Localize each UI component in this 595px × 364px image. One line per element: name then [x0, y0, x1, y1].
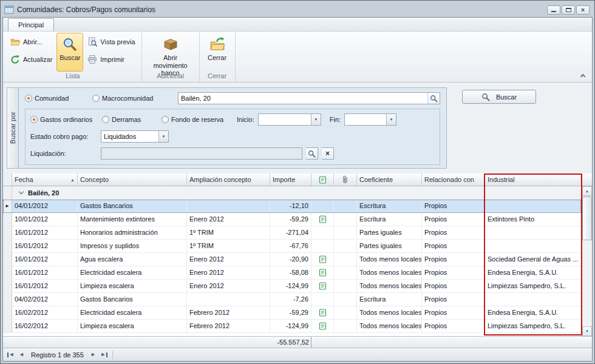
cell-importe[interactable]: -58,08 — [270, 266, 311, 279]
tab-principal[interactable]: Principal — [8, 18, 54, 31]
table-row[interactable]: 16/01/2012 Electricidad escalera Enero 2… — [3, 266, 581, 280]
row-gutter[interactable] — [3, 306, 12, 319]
table-row[interactable]: 16/01/2012 Honorarios administración 1º … — [3, 226, 581, 240]
cell-adjunto[interactable] — [334, 213, 357, 226]
cell-industrial[interactable] — [485, 226, 581, 239]
cell-adjunto[interactable] — [334, 266, 357, 279]
column-header-documento[interactable] — [311, 174, 334, 186]
estado-cobro-pago-select[interactable]: Liquidados ▼ — [101, 130, 169, 143]
cell-coeficiente[interactable]: Partes iguales — [357, 240, 422, 252]
cell-industrial[interactable] — [485, 200, 581, 212]
table-row[interactable]: ► 04/01/2012 Gastos Bancarios -12,10 Esc… — [3, 200, 581, 213]
cell-concepto[interactable]: Limpieza escalera — [78, 320, 187, 332]
cell-coeficiente[interactable]: Todos menos locales — [357, 306, 422, 319]
inicio-dropdown-icon[interactable]: ▼ — [311, 114, 321, 125]
table-row[interactable]: 16/02/2012 Electricidad escalera Febrero… — [3, 306, 581, 320]
cell-relacionado[interactable]: Propios — [422, 253, 485, 266]
buscar-button[interactable]: Buscar — [462, 90, 536, 104]
cell-industrial[interactable]: Extintores Pinto — [485, 213, 581, 226]
maximize-button[interactable] — [562, 5, 575, 15]
table-row[interactable]: 16/02/2012 Limpieza escalera Febrero 201… — [3, 320, 581, 333]
cell-ampliacion[interactable]: Enero 2012 — [187, 253, 270, 266]
cell-concepto[interactable]: Limpieza escalera — [78, 280, 187, 292]
table-row[interactable]: 04/02/2012 Gastos Bancarios -7,26 Escrit… — [3, 293, 581, 306]
comunidad-lookup-button[interactable] — [427, 93, 440, 104]
cell-relacionado[interactable]: Propios — [422, 213, 485, 226]
cell-coeficiente[interactable]: Todos menos locales — [357, 320, 422, 332]
comunidad-input[interactable] — [178, 95, 427, 102]
cell-documento[interactable] — [311, 213, 334, 226]
cell-concepto[interactable]: Agua escalera — [78, 253, 187, 266]
cell-importe[interactable]: -7,26 — [270, 293, 311, 306]
imprimir-button[interactable]: Imprimir — [85, 53, 137, 66]
cell-concepto[interactable]: Honorarios administración — [78, 226, 187, 239]
column-header-importe[interactable]: Importe — [270, 174, 311, 186]
ribbon-collapse-button[interactable] — [580, 73, 586, 78]
liquidacion-clear-button[interactable]: × — [322, 147, 334, 160]
cell-fecha[interactable]: 16/01/2012 — [12, 240, 78, 252]
radio-comunidad[interactable]: Comunidad — [25, 95, 89, 102]
cell-industrial[interactable] — [485, 240, 581, 252]
cell-industrial[interactable]: Sociedad General de Aguas ... — [485, 253, 581, 266]
cell-concepto[interactable]: Electricidad escalera — [78, 266, 187, 279]
vertical-scrollbar[interactable]: ▲ ▼ — [582, 186, 592, 336]
cell-importe[interactable]: -67,76 — [270, 240, 311, 252]
cell-importe[interactable]: -59,29 — [270, 306, 311, 319]
cell-relacionado[interactable]: Propios — [422, 226, 485, 239]
radio-macrocomunidad[interactable]: Macrocomunidad — [92, 95, 174, 102]
cell-industrial[interactable]: Limpiezas Sampedro, S.L. — [485, 320, 581, 332]
cell-documento[interactable] — [311, 280, 334, 292]
cell-adjunto[interactable] — [334, 306, 357, 319]
cell-fecha[interactable]: 16/02/2012 — [12, 320, 78, 332]
cell-adjunto[interactable] — [334, 253, 357, 266]
cell-ampliacion[interactable]: Enero 2012 — [187, 280, 270, 292]
cell-importe[interactable]: -12,10 — [270, 200, 311, 212]
cell-ampliacion[interactable]: Enero 2012 — [187, 213, 270, 226]
cell-ampliacion[interactable]: 1º TRIM — [187, 240, 270, 252]
estado-dropdown-icon[interactable]: ▼ — [158, 131, 168, 142]
row-gutter[interactable] — [3, 226, 12, 239]
cell-concepto[interactable]: Gastos Bancarios — [78, 293, 187, 306]
cell-coeficiente[interactable]: Todos menos locales — [357, 280, 422, 292]
cell-fecha[interactable]: 10/01/2012 — [12, 213, 78, 226]
cell-concepto[interactable]: Impresos y suplidos — [78, 240, 187, 252]
nav-last-button[interactable]: ► — [99, 349, 109, 360]
cell-coeficiente[interactable]: Todos menos locales — [357, 266, 422, 279]
collapse-chevron-icon[interactable] — [19, 189, 24, 194]
cell-adjunto[interactable] — [334, 280, 357, 292]
cell-fecha[interactable]: 04/02/2012 — [12, 293, 78, 306]
cell-fecha[interactable]: 16/02/2012 — [12, 306, 78, 319]
selected-row-indicator[interactable]: ► — [3, 200, 12, 212]
cerrar-button[interactable]: Cerrar — [202, 33, 233, 72]
cell-documento[interactable] — [311, 306, 334, 319]
cell-coeficiente[interactable]: Escritura — [357, 213, 422, 226]
actualizar-button[interactable]: Actualizar — [8, 53, 55, 66]
cell-concepto[interactable]: Electricidad escalera — [78, 306, 187, 319]
cell-fecha[interactable]: 16/01/2012 — [12, 253, 78, 266]
radio-fondo-reserva[interactable]: Fondo de reserva — [162, 116, 233, 123]
cell-importe[interactable]: -59,29 — [270, 213, 311, 226]
row-gutter[interactable] — [3, 253, 12, 266]
cell-ampliacion[interactable]: 1º TRIM — [187, 226, 270, 239]
column-header-relacionado[interactable]: Relacionado con — [422, 174, 485, 186]
cell-fecha[interactable]: 04/01/2012 — [12, 200, 78, 212]
cell-industrial[interactable] — [485, 293, 581, 306]
column-header-concepto[interactable]: Concepto — [78, 174, 187, 186]
column-header-ampliacion[interactable]: Ampliación concepto — [187, 174, 270, 186]
scroll-up-button[interactable]: ▲ — [582, 186, 592, 196]
close-button[interactable]: × — [576, 5, 590, 15]
cell-relacionado[interactable]: Propios — [422, 266, 485, 279]
cell-fecha[interactable]: 16/01/2012 — [12, 226, 78, 239]
cell-adjunto[interactable] — [334, 200, 357, 212]
cell-ampliacion[interactable]: Febrero 2012 — [187, 320, 270, 332]
cell-documento[interactable] — [311, 293, 334, 306]
cell-documento[interactable] — [311, 253, 334, 266]
inicio-datepicker[interactable]: ▼ — [258, 113, 321, 126]
cell-relacionado[interactable]: Propios — [422, 306, 485, 319]
minimize-button[interactable] — [547, 5, 560, 15]
cell-documento[interactable] — [311, 200, 334, 212]
radio-gastos-ordinarios[interactable]: Gastos ordinarios — [30, 116, 98, 123]
abrir-button[interactable]: Abrir... — [8, 36, 55, 48]
column-header-industrial[interactable]: Industrial — [485, 174, 581, 186]
cell-importe[interactable]: -271,04 — [270, 226, 311, 239]
